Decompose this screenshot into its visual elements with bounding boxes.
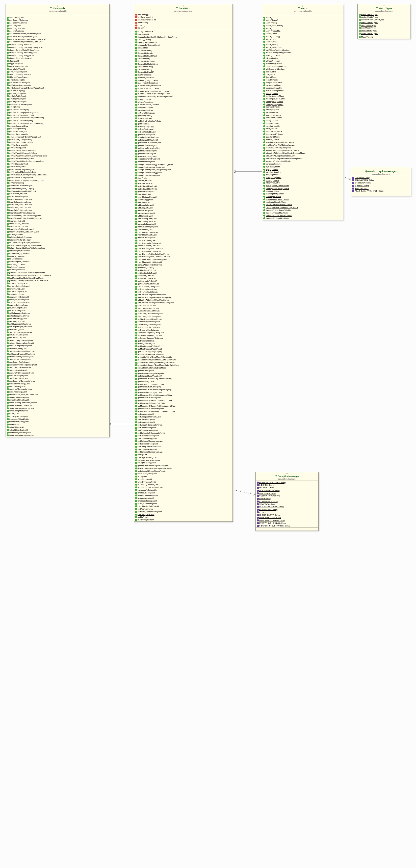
method-icon bbox=[7, 367, 9, 369]
method-row: getDiagonal2(int):List bbox=[135, 342, 232, 345]
method-icon bbox=[263, 106, 265, 108]
method-row: isEveryElementEqualTo(Data):boolean bbox=[135, 93, 232, 95]
method-row: create(MatrixTypes,double,int[]):Matrix bbox=[263, 206, 342, 209]
method-icon bbox=[135, 272, 137, 274]
field-icon bbox=[135, 16, 137, 18]
method-row: setLine(int,Data[]):void bbox=[7, 334, 108, 336]
sfield-icon bbox=[257, 503, 259, 505]
method-icon bbox=[7, 323, 9, 325]
ctor-icon bbox=[135, 50, 137, 52]
method-row: random(int):Matrix bbox=[263, 195, 342, 198]
method-row: multiply(double):Matrix bbox=[263, 98, 342, 100]
method-icon bbox=[135, 131, 137, 133]
method-row: normInf():double bbox=[263, 125, 342, 127]
method-icon bbox=[135, 136, 137, 138]
method-icon bbox=[135, 218, 137, 220]
method-icon bbox=[135, 413, 137, 415]
uml-box-datamatrix: <> ⓘ DataMatrix com.nodrex.datamatrix da… bbox=[134, 4, 233, 522]
method-icon bbox=[135, 402, 137, 404]
method-row: addColumn():void bbox=[135, 215, 232, 218]
method-icon bbox=[263, 57, 265, 59]
method-row: eyeRebuild():Matrix bbox=[263, 62, 342, 65]
method-icon bbox=[263, 63, 265, 65]
method-row: getMaxValueOfLine(int,Comparator):Data bbox=[7, 160, 108, 163]
ctor-icon bbox=[135, 58, 137, 60]
method-row: copy(List>):void bbox=[135, 193, 232, 196]
method-row: toList():List bbox=[7, 412, 108, 415]
method-icon bbox=[135, 465, 137, 467]
method-icon bbox=[263, 52, 265, 54]
method-icon bbox=[135, 435, 137, 437]
method-icon bbox=[263, 122, 265, 124]
method-row: isOrthogonal():boolean bbox=[263, 68, 342, 70]
method-row: getDataAsList():List> bbox=[135, 190, 232, 193]
method-icon bbox=[7, 231, 9, 233]
method-row: isDimensionsEqualTo(int,int):boolean bbox=[135, 90, 232, 93]
method-icon bbox=[7, 261, 9, 263]
method-icon bbox=[135, 90, 137, 92]
method-icon bbox=[7, 160, 9, 162]
method-row: sortColumnsAsc():void bbox=[135, 437, 232, 440]
method-row: removeColumn(int):void bbox=[7, 285, 108, 287]
method-row: setColumn(int,List):void bbox=[135, 288, 232, 291]
methods-section: addColumn():voidaddColumn(Data):voidaddC… bbox=[6, 16, 109, 437]
method-icon bbox=[7, 128, 9, 130]
method-icon bbox=[7, 130, 9, 132]
method-icon bbox=[135, 172, 137, 174]
method-row: clear():void bbox=[135, 177, 232, 180]
method-row: DataMatrix() bbox=[135, 46, 232, 49]
method-row: norm():double bbox=[263, 119, 342, 122]
method-row: getDiagonal2(int):List bbox=[7, 100, 108, 103]
method-row: removeAtColumn(int,int):void bbox=[135, 264, 232, 266]
ctor-icon bbox=[263, 28, 265, 30]
method-icon bbox=[135, 457, 137, 459]
method-icon bbox=[135, 511, 137, 513]
method-row: setMainDiagonal(Data):void bbox=[7, 339, 108, 342]
method-row: isScalar():boolean bbox=[135, 106, 232, 109]
method-row: reverseColumns():void bbox=[135, 499, 232, 502]
method-icon bbox=[7, 201, 9, 203]
methods-section: clone():DataMatrixfinalize():voidchangeC… bbox=[134, 30, 233, 522]
method-icon bbox=[7, 250, 9, 252]
method-row: plus(Matrix):Matrix bbox=[263, 84, 342, 87]
method-icon bbox=[135, 473, 137, 475]
box-title: ⓘ IDataMatrix bbox=[7, 7, 108, 10]
method-icon bbox=[7, 307, 9, 309]
method-row: isIndexes(int,int):boolean bbox=[135, 87, 232, 90]
method-row: swapLine(DataMatrix,int):void bbox=[7, 407, 108, 410]
method-icon bbox=[135, 370, 137, 372]
method-icon bbox=[135, 153, 137, 155]
method-row: insertLine(int):void bbox=[7, 220, 108, 222]
method-row: sortDesc(List>):void bbox=[135, 513, 232, 516]
method-row: addColumn(List):void bbox=[135, 220, 232, 223]
method-row: sortColumns(Comparator):void bbox=[135, 440, 232, 443]
method-row: setData(List>):void bbox=[7, 320, 108, 323]
method-row: copy(IDataMatrix):void bbox=[135, 196, 232, 198]
method-icon bbox=[7, 397, 9, 399]
method-icon bbox=[263, 144, 265, 146]
method-icon bbox=[135, 318, 137, 320]
method-row: removeLine(int):void bbox=[7, 290, 108, 293]
method-icon bbox=[7, 212, 9, 214]
method-row: removeColumn(int):void bbox=[135, 226, 232, 228]
method-icon bbox=[7, 55, 9, 57]
method-row: DataMatrix(String) bbox=[135, 65, 232, 68]
method-row: setMainDiagonal(Data[]):void bbox=[135, 318, 232, 320]
sfield-icon bbox=[257, 525, 259, 527]
method-row: isColumnIndex(int):boolean bbox=[135, 85, 232, 87]
ctor-icon bbox=[263, 19, 265, 21]
method-icon bbox=[7, 264, 9, 266]
method-icon bbox=[135, 250, 137, 252]
method-icon bbox=[7, 125, 9, 127]
method-row: readDataFromFile(String):void bbox=[263, 146, 342, 149]
method-icon bbox=[7, 242, 9, 244]
method-row: joinMatrixAtLine(IDataMatrix,Data):DataM… bbox=[135, 359, 232, 361]
method-icon bbox=[135, 98, 137, 100]
method-icon bbox=[7, 166, 9, 168]
method-row: copy(Data[][]):void bbox=[135, 198, 232, 201]
method-icon bbox=[263, 190, 265, 192]
method-icon bbox=[7, 217, 9, 219]
method-row: getColumnDimension():int bbox=[135, 147, 232, 150]
method-icon bbox=[263, 207, 265, 209]
method-icon bbox=[7, 155, 9, 157]
